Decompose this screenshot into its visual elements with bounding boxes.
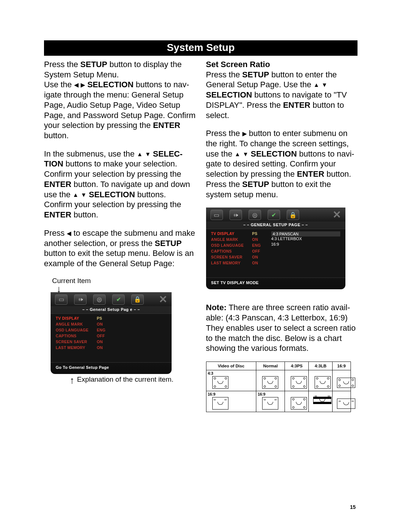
up-arrow-icon: ▲ (235, 151, 241, 157)
ratio-cell (256, 370, 285, 391)
table-header: Normal (256, 362, 285, 370)
ratio-cell (285, 391, 308, 412)
close-icon: ✕ (159, 294, 167, 305)
osd-row: OSD LANGUAGEENG (56, 327, 166, 333)
right-paragraph-1: Set Screen Ratio Press the SETUP button … (206, 59, 358, 120)
osd-option: 4:3 PANSCAN (271, 231, 340, 236)
right-arrow-icon: ▶ (242, 131, 247, 137)
two-column-layout: Press the SETUP button to display the Sy… (44, 59, 358, 412)
left-column: Press the SETUP button to display the Sy… (44, 59, 196, 412)
osd-icon-row: ✕ (51, 292, 172, 306)
table-header: Video of Disc (206, 362, 256, 370)
osd-general-setup-submenu: ✕ – – GENERAL SETUP PAGE – – TV DISPLAYP… (206, 208, 345, 289)
left-arrow-icon: ◀ (74, 82, 78, 88)
osd-row: TV DISPLAYPS (211, 231, 271, 236)
set-screen-ratio-heading: Set Screen Ratio (206, 60, 270, 69)
ratio-cell (333, 391, 350, 412)
tv-icon (55, 294, 67, 305)
osd-footer: Go To General Setup Page (51, 363, 172, 374)
osd-row: TV DISPLAYPS (56, 315, 166, 321)
osd-row: LAST MEMORYON (56, 345, 166, 351)
disc-icon (93, 294, 106, 305)
down-arrow-icon: ▼ (243, 151, 249, 157)
ratio-cell: 4:3 (206, 370, 256, 391)
up-arrow-icon: ▲ (314, 82, 319, 88)
ratio-cell (285, 370, 308, 391)
osd-row: CAPTIONSOFF (56, 333, 166, 339)
ratio-cell: 16:9 (256, 391, 285, 412)
osd-footer: SET TV DISPLAY MODE (206, 278, 345, 289)
close-icon: ✕ (333, 210, 341, 220)
osd-header: – – GENERAL SETUP PAGE – – (206, 221, 345, 229)
table-row: 16:9 16:9 (206, 391, 351, 412)
osd-body: TV DISPLAYPS ANGLE MARKON OSD LANGUAGEEN… (51, 313, 172, 363)
osd-header: – – General Setup Pag e – – (51, 306, 172, 313)
osd-row: ANGLE MARKON (211, 236, 271, 242)
ratio-cell (309, 370, 332, 391)
right-column: Set Screen Ratio Press the SETUP button … (206, 59, 358, 412)
right-arrow-icon: ▶ (81, 82, 85, 88)
down-arrow-icon: ▼ (81, 192, 87, 198)
left-paragraph-3: Press ◀ to escape the submenu and make a… (44, 228, 196, 269)
left-arrow-icon: ◀ (67, 230, 71, 236)
explanation-label: Explanation of the current item. (70, 375, 196, 384)
page-number: 15 (350, 504, 356, 510)
left-paragraph-2: In the submenus, use the ▲ ▼ SELEC­TION … (44, 149, 196, 220)
up-arrow-icon: ▲ (137, 151, 143, 157)
down-arrow-icon: ▼ (145, 151, 151, 157)
table-row: 4:3 (206, 370, 351, 391)
ratio-cell (309, 391, 332, 412)
right-paragraph-2: Press the ▶ button to enter submenu on t… (206, 128, 358, 199)
page-title: System Setup (167, 42, 235, 53)
disc-icon (249, 210, 261, 220)
osd-general-setup-example: ✕ – – General Setup Pag e – – TV DISPLAY… (51, 292, 172, 374)
ratio-cell (333, 370, 350, 391)
osd-row: CAPTIONSOFF (211, 248, 271, 254)
speaker-icon (74, 294, 87, 305)
osd-row: OSD LANGUAGEENG (211, 242, 271, 248)
manual-page: System Setup Press the SETUP button to d… (0, 0, 396, 532)
osd-body: TV DISPLAYPS ANGLE MARKON OSD LANGUAGEEN… (206, 229, 345, 278)
lock-icon (287, 210, 299, 220)
left-paragraph-1: Press the SETUP button to display the Sy… (44, 59, 196, 141)
screen-ratio-table: Video of Disc Normal 4:3PS 4:3LB 16:9 4:… (206, 362, 351, 412)
table-row: Video of Disc Normal 4:3PS 4:3LB 16:9 (206, 362, 351, 370)
current-item-label: Current Item (52, 277, 196, 285)
lock-icon (131, 294, 144, 305)
osd-submenu-options: 4:3 PANSCAN 4:3 LETTERBOX 16:9 (271, 231, 340, 278)
table-header: 4:3PS (285, 362, 309, 370)
pointer-down-icon: ↓ (56, 286, 196, 292)
table-header: 16:9 (333, 362, 351, 370)
osd-row: LAST MEMORYON (211, 260, 271, 266)
osd-row: SCREEN SAVERON (56, 339, 166, 345)
ratio-cell: 16:9 (206, 391, 256, 412)
down-arrow-icon: ▼ (322, 82, 327, 88)
tv-icon (210, 210, 223, 220)
check-icon (268, 210, 280, 220)
check-icon (112, 294, 125, 305)
note-paragraph: Note: There are three screen ratio avail… (206, 302, 358, 353)
osd-option: 16:9 (271, 242, 340, 247)
osd-icon-row: ✕ (206, 208, 345, 221)
osd-row: SCREEN SAVERON (211, 254, 271, 260)
osd-option: 4:3 LETTERBOX (271, 236, 340, 242)
speaker-icon (230, 210, 242, 220)
page-title-bar: System Setup (44, 40, 358, 56)
table-header: 4:3LB (309, 362, 333, 370)
osd-row: ANGLE MARKON (56, 321, 166, 327)
up-arrow-icon: ▲ (73, 192, 78, 198)
